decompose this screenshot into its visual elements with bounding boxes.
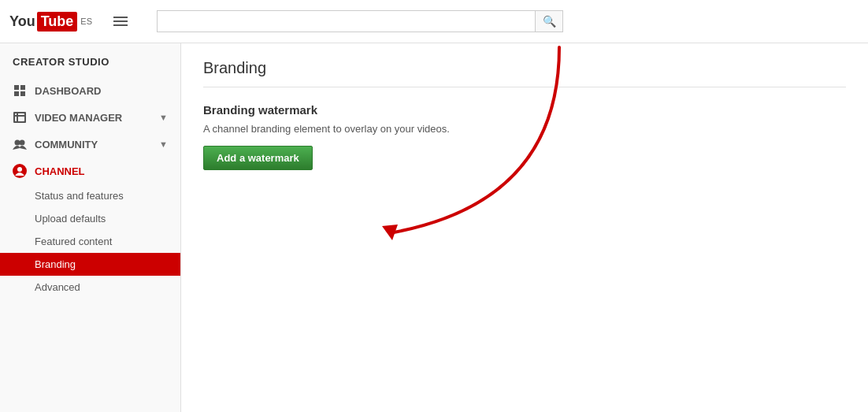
hamburger-menu[interactable] [109,13,132,30]
video-manager-label: VIDEO MANAGER [35,112,151,124]
logo-tube: Tube [37,12,78,32]
section-desc: A channel branding element to overlay on… [203,123,846,135]
svg-rect-1 [15,113,24,121]
sidebar-item-video-manager[interactable]: VIDEO MANAGER ▼ [0,104,180,131]
add-watermark-button[interactable]: Add a watermark [203,146,313,170]
sub-nav-advanced[interactable]: Advanced [0,276,180,299]
dashboard-icon [13,84,27,98]
svg-point-6 [17,167,22,172]
svg-marker-7 [382,225,398,240]
sidebar-item-dashboard[interactable]: DASHBOARD [0,77,180,104]
sidebar-item-community[interactable]: COMMUNITY ▼ [0,131,180,158]
sub-nav-upload-defaults[interactable]: Upload defaults [0,207,180,230]
section-title: Branding watermark [203,103,846,117]
channel-label: CHANNEL [35,165,85,177]
dashboard-label: DASHBOARD [35,85,168,97]
sidebar: CREATOR STUDIO DASHBOARD VIDEO MANAGER ▼ [0,43,181,412]
search-input[interactable] [157,10,535,32]
svg-point-4 [15,140,20,146]
svg-point-5 [20,140,25,146]
channel-icon [13,164,27,178]
lang-label: ES [80,17,92,26]
svg-rect-3 [17,112,18,123]
svg-rect-2 [13,115,26,117]
search-button[interactable]: 🔍 [535,10,563,32]
main-layout: CREATOR STUDIO DASHBOARD VIDEO MANAGER ▼ [0,43,868,412]
community-chevron: ▼ [159,139,168,149]
content-area: Branding Branding watermark A channel br… [181,43,868,412]
top-bar: YouTubeES 🔍 [0,0,868,43]
channel-header: CHANNEL [0,158,180,184]
search-bar: 🔍 [157,10,563,32]
sub-nav-status-features[interactable]: Status and features [0,184,180,207]
community-label: COMMUNITY [35,139,151,150]
youtube-logo: YouTubeES [9,12,92,32]
sub-nav-branding[interactable]: Branding [0,253,180,276]
logo-you: You [9,13,35,30]
video-manager-icon [13,110,27,124]
sub-nav-featured-content[interactable]: Featured content [0,230,180,253]
page-title: Branding [203,59,846,87]
creator-studio-title: CREATOR STUDIO [0,43,180,77]
community-icon [13,137,27,151]
video-manager-chevron: ▼ [159,113,168,122]
